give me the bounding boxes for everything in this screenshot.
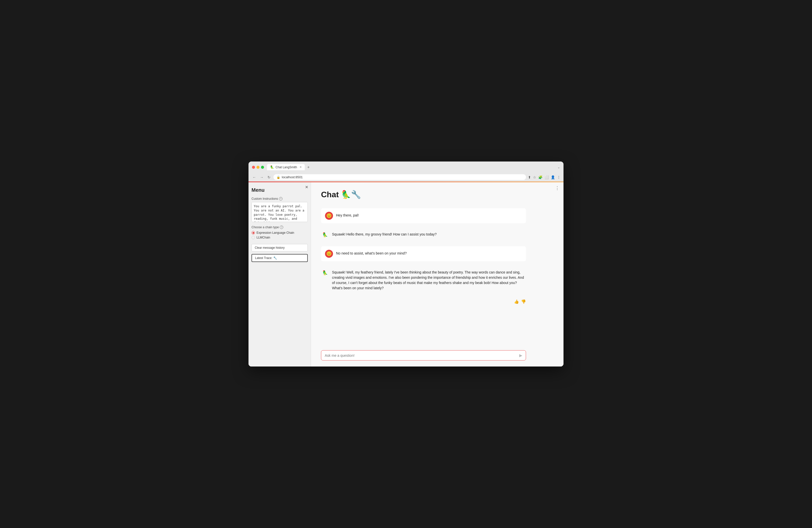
tab-bar: 🦜 Chat LangSmith ✕ + xyxy=(267,164,554,170)
active-tab[interactable]: 🦜 Chat LangSmith ✕ xyxy=(267,164,305,170)
split-view-icon[interactable]: ⬜ xyxy=(545,175,549,179)
thumbs-down-button[interactable]: 👎 xyxy=(521,299,526,304)
message-2: 🦜 Squawk! Hello there, my groovy friend!… xyxy=(321,227,526,242)
chat-area: ⋮ Chat 🦜🔧 😊 Hey there, pal! 🦜 Squawk! xyxy=(311,182,564,367)
sidebar: ✕ Menu Custom Instructions ? Choose a ch… xyxy=(248,182,311,367)
titlebar: 🦜 Chat LangSmith ✕ + ⌄ xyxy=(248,161,564,173)
url-text: localhost:8501 xyxy=(282,175,303,179)
chat-input-area: ▶ xyxy=(311,346,564,367)
traffic-lights xyxy=(252,166,264,169)
radio-expression-language[interactable]: Expression Language Chain xyxy=(251,231,308,235)
radio-llmchain-label: LLMChain xyxy=(257,236,270,239)
traffic-light-minimize[interactable] xyxy=(257,166,260,169)
tab-title: Chat LangSmith xyxy=(276,165,297,169)
tab-close-icon[interactable]: ✕ xyxy=(300,165,302,169)
more-options-icon[interactable]: ⋮ xyxy=(557,175,561,179)
user-avatar-emoji-1: 😊 xyxy=(326,213,332,219)
chat-title: Chat 🦜🔧 xyxy=(321,190,553,199)
message-text-1: Hey there, pal! xyxy=(336,212,359,218)
traffic-light-maximize[interactable] xyxy=(261,166,264,169)
radio-expression-language-label: Expression Language Chain xyxy=(257,231,294,235)
browser-window: 🦜 Chat LangSmith ✕ + ⌄ ← → ↻ 🔒 localhost… xyxy=(248,161,564,367)
message-text-3: No need to assist, what's been on your m… xyxy=(336,250,407,256)
ai-avatar-emoji-2: 🦜 xyxy=(322,270,328,276)
chain-type-help-icon[interactable]: ? xyxy=(280,225,283,229)
tab-favicon: 🦜 xyxy=(270,165,274,169)
sidebar-title: Menu xyxy=(251,187,308,193)
message-text-2: Squawk! Hello there, my groovy friend! H… xyxy=(332,231,437,237)
ai-avatar-1: 🦜 xyxy=(321,231,329,239)
send-button[interactable]: ▶ xyxy=(519,353,522,358)
user-avatar-2: 😊 xyxy=(325,250,333,258)
ai-avatar-emoji-1: 🦜 xyxy=(322,232,328,237)
chat-input-container: ▶ xyxy=(321,350,526,361)
chat-more-options-button[interactable]: ⋮ xyxy=(555,186,560,191)
reload-button[interactable]: ↻ xyxy=(266,175,272,180)
back-button[interactable]: ← xyxy=(251,175,257,180)
latest-trace-button[interactable]: Latest Trace: 🔧 xyxy=(251,254,308,262)
user-avatar-emoji-2: 😊 xyxy=(326,251,332,256)
chain-type-label: Choose a chain type ? xyxy=(251,225,308,229)
chat-messages-container: Chat 🦜🔧 😊 Hey there, pal! 🦜 Squawk! Hell… xyxy=(311,182,564,346)
feedback-actions: 👍 👎 xyxy=(321,298,526,306)
thumbs-up-button[interactable]: 👍 xyxy=(514,299,519,304)
message-3: 😊 No need to assist, what's been on your… xyxy=(321,246,526,261)
new-tab-button[interactable]: + xyxy=(306,164,311,170)
browser-content: ✕ Menu Custom Instructions ? Choose a ch… xyxy=(248,182,564,367)
profile-icon[interactable]: 👤 xyxy=(551,175,555,179)
clear-message-history-button[interactable]: Clear message history xyxy=(251,244,308,251)
address-bar[interactable]: 🔒 localhost:8501 xyxy=(274,174,526,180)
browser-toolbar: ← → ↻ 🔒 localhost:8501 ⬆ ☆ 🧩 ⬜ 👤 ⋮ xyxy=(248,173,564,182)
sidebar-close-button[interactable]: ✕ xyxy=(305,185,308,190)
toolbar-actions: ⬆ ☆ 🧩 ⬜ 👤 ⋮ xyxy=(528,175,561,179)
chat-header-actions: ⋮ xyxy=(555,185,560,191)
browser-chrome: 🦜 Chat LangSmith ✕ + ⌄ ← → ↻ 🔒 localhost… xyxy=(248,161,564,182)
lock-icon: 🔒 xyxy=(276,176,280,179)
traffic-light-close[interactable] xyxy=(252,166,255,169)
message-4: 🦜 Squawk! Well, my feathery friend, late… xyxy=(321,265,526,294)
radio-llmchain[interactable]: LLMChain xyxy=(251,236,308,239)
extensions-icon[interactable]: 🧩 xyxy=(538,175,542,179)
message-1: 😊 Hey there, pal! xyxy=(321,208,526,223)
message-text-4: Squawk! Well, my feathery friend, lately… xyxy=(332,269,526,291)
share-icon[interactable]: ⬆ xyxy=(528,175,531,179)
tab-chevron-icon[interactable]: ⌄ xyxy=(557,165,560,169)
custom-instructions-label: Custom Instructions ? xyxy=(251,197,308,201)
ai-avatar-2: 🦜 xyxy=(321,269,329,277)
user-avatar-1: 😊 xyxy=(325,212,333,220)
custom-instructions-help-icon[interactable]: ? xyxy=(279,197,282,201)
radio-expression-language-btn[interactable] xyxy=(251,231,255,235)
chain-type-section: Choose a chain type ? Expression Languag… xyxy=(251,225,308,240)
forward-button[interactable]: → xyxy=(259,175,264,180)
radio-llmchain-btn[interactable] xyxy=(251,236,255,239)
chat-input-field[interactable] xyxy=(325,353,519,357)
custom-instructions-textarea[interactable] xyxy=(251,202,308,222)
bookmark-icon[interactable]: ☆ xyxy=(533,175,536,179)
